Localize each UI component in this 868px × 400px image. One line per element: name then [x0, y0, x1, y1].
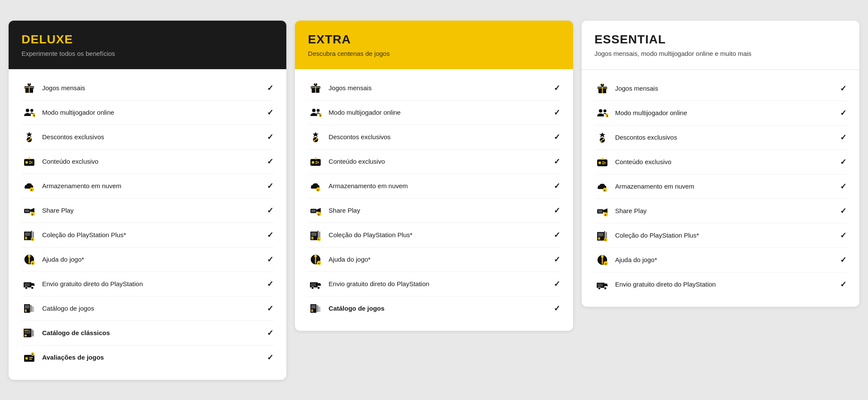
- svg-point-35: [29, 262, 30, 263]
- svg-point-77: [312, 161, 314, 164]
- card-title-essential: ESSENTIAL: [595, 33, 847, 46]
- svg-rect-58: [29, 357, 33, 358]
- svg-rect-85: [311, 210, 316, 212]
- svg-point-125: [598, 162, 601, 164]
- svg-text:+: +: [604, 238, 606, 241]
- svg-point-69: [317, 109, 319, 112]
- help-icon: +: [308, 252, 323, 267]
- multi-icon: +: [21, 105, 37, 120]
- feature-row: + Ajuda do jogo*✓: [308, 247, 560, 272]
- svg-rect-139: [604, 231, 605, 239]
- feature-checkmark: ✓: [836, 133, 847, 142]
- svg-text:+: +: [606, 114, 608, 118]
- svg-rect-137: [598, 233, 603, 236]
- feature-row: Catálogo de jogos✓: [308, 296, 560, 321]
- svg-point-57: [25, 357, 28, 360]
- discount-icon: [595, 130, 610, 145]
- collection-icon: +: [308, 227, 323, 243]
- svg-point-53: [25, 330, 25, 331]
- feature-label: Descontos exclusivos: [42, 133, 263, 140]
- svg-point-102: [317, 287, 320, 289]
- feature-row: Conteúdo exclusivo✓: [308, 150, 560, 174]
- svg-point-12: [28, 140, 29, 141]
- svg-rect-133: [598, 210, 602, 213]
- svg-text:+: +: [33, 114, 35, 118]
- feature-checkmark: ✓: [263, 157, 273, 166]
- svg-point-150: [604, 287, 607, 290]
- feature-row: Descontos exclusivos✓: [21, 125, 273, 150]
- feature-row: Envio gratuito direto do PlayStation✓: [21, 272, 273, 296]
- gift-icon: [595, 81, 610, 96]
- feature-label: Catálogo de clássicos: [42, 329, 263, 336]
- svg-text:+: +: [31, 213, 34, 217]
- feature-label: Ajuda do jogo*: [328, 256, 549, 263]
- feature-label: Jogos mensais: [328, 84, 549, 92]
- feature-row: + Coleção do PlayStation Plus*✓: [21, 223, 273, 247]
- cloud-icon: +: [21, 178, 37, 194]
- feature-checkmark: ✓: [263, 255, 273, 264]
- collection-icon: +: [595, 228, 610, 243]
- svg-rect-47: [33, 307, 34, 312]
- card-subtitle-essential: Jogos mensais, modo multijogador online …: [595, 50, 847, 57]
- feature-checkmark: ✓: [550, 181, 560, 191]
- feature-checkmark: ✓: [263, 230, 273, 240]
- card-subtitle-extra: Descubra centenas de jogos: [308, 50, 560, 57]
- svg-text:+: +: [604, 262, 607, 266]
- catalog-icon: [308, 301, 323, 316]
- cards-container: DELUXEExperimente todos os benefícios Jo…: [9, 21, 859, 380]
- feature-row: Catálogo de jogos✓: [21, 296, 273, 321]
- svg-rect-108: [318, 306, 319, 312]
- svg-rect-90: [311, 237, 313, 239]
- feature-checkmark: ✓: [836, 182, 847, 191]
- feature-checkmark: ✓: [836, 280, 847, 289]
- card-deluxe: DELUXEExperimente todos os benefícios Jo…: [9, 21, 286, 380]
- feature-row: Jogos mensais✓: [308, 76, 560, 101]
- delivery-icon: [21, 276, 37, 292]
- feature-row: Jogos mensais✓: [21, 76, 273, 101]
- svg-rect-27: [25, 232, 30, 236]
- svg-point-74: [314, 140, 315, 141]
- feature-label: Armazenamento em nuvem: [615, 183, 836, 190]
- exclusive-icon: [595, 154, 610, 170]
- svg-rect-16: [29, 161, 31, 162]
- trials-icon: +: [21, 350, 37, 365]
- feature-checkmark: ✓: [263, 328, 273, 338]
- feature-label: Conteúdo exclusivo: [42, 158, 263, 165]
- feature-label: Envio gratuito direto do PlayStation: [328, 280, 549, 287]
- svg-text:+: +: [317, 188, 319, 192]
- feature-label: Descontos exclusivos: [615, 134, 836, 141]
- feature-row: + Armazenamento em nuvem✓: [595, 174, 847, 199]
- delivery-icon: [595, 277, 610, 292]
- feature-label: Jogos mensais: [42, 84, 263, 92]
- feature-label: Modo multijogador online: [328, 109, 549, 116]
- feature-label: Avaliações de jogos: [42, 354, 263, 361]
- feature-label: Coleção do PlayStation Plus*: [42, 231, 263, 238]
- svg-point-7: [31, 109, 33, 112]
- svg-text:+: +: [32, 262, 34, 266]
- feature-row: + Share Play✓: [21, 198, 273, 223]
- feature-checkmark: ✓: [263, 83, 273, 93]
- svg-rect-44: [25, 309, 27, 312]
- svg-text:+: +: [31, 238, 33, 241]
- feature-row: + Ajuda do jogo*✓: [595, 248, 847, 272]
- card-header-essential: ESSENTIALJogos mensais, modo multijogado…: [582, 21, 859, 70]
- feature-row: Conteúdo exclusivo✓: [595, 150, 847, 174]
- svg-point-101: [311, 287, 314, 289]
- feature-checkmark: ✓: [263, 304, 273, 313]
- feature-checkmark: ✓: [550, 206, 560, 215]
- svg-rect-41: [25, 283, 30, 286]
- feature-label: Share Play: [42, 207, 263, 214]
- feature-row: Descontos exclusivos✓: [595, 125, 847, 150]
- feature-label: Envio gratuito direto do PlayStation: [615, 281, 836, 288]
- svg-text:+: +: [31, 188, 33, 192]
- svg-rect-92: [319, 232, 320, 238]
- discount-icon: [308, 129, 323, 145]
- card-body-deluxe: Jogos mensais✓ + Modo multijogador onlin…: [9, 69, 286, 380]
- feature-label: Catálogo de jogos: [42, 305, 263, 312]
- feature-label: Conteúdo exclusivo: [328, 158, 549, 165]
- feature-label: Armazenamento em nuvem: [42, 182, 263, 189]
- svg-point-75: [316, 138, 318, 139]
- multi-icon: +: [308, 105, 323, 120]
- feature-label: Envio gratuito direto do PlayStation: [42, 280, 263, 287]
- svg-text:+: +: [319, 114, 322, 118]
